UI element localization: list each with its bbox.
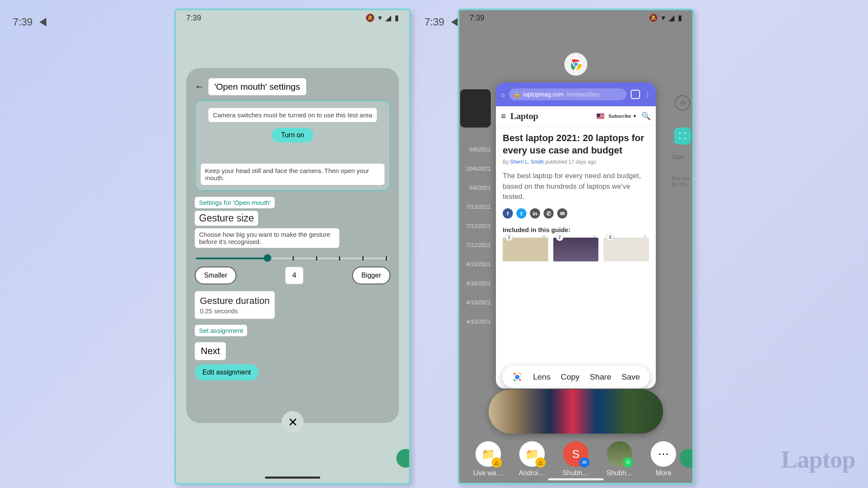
floating-action-button[interactable] bbox=[396, 449, 411, 468]
gesture-duration-row[interactable]: Gesture duration 0.25 seconds bbox=[195, 291, 275, 319]
phone-overview-share: 7:39 🔕 ▾ ◢ ▮ 5/6/2021 10/6/2021 5/6/2021… bbox=[458, 9, 694, 485]
svg-point-3 bbox=[515, 375, 520, 380]
instruction-text: Keep your head still and face the camera… bbox=[201, 164, 384, 185]
back-arrow-icon[interactable]: ← bbox=[195, 81, 204, 92]
article-lede: The best laptop for every need and budge… bbox=[503, 171, 649, 202]
url-host: laptopmag.com bbox=[523, 91, 564, 98]
whatsapp-icon[interactable]: ✆ bbox=[544, 208, 554, 218]
article-author-link[interactable]: Sherri L. Smith bbox=[510, 159, 544, 165]
guide-thumbnails: 1≈ 2≈ 3≈ bbox=[503, 238, 649, 261]
tab-count-icon[interactable] bbox=[631, 90, 640, 99]
close-button[interactable]: ✕ bbox=[282, 411, 304, 433]
overflow-menu-icon[interactable]: ⋮ bbox=[644, 91, 651, 98]
guide-thumb[interactable]: 1≈ bbox=[503, 238, 548, 261]
slider-value: 4 bbox=[285, 267, 303, 284]
share-target[interactable]: S✉ Shubh… bbox=[558, 441, 594, 477]
status-bar: 7:39 🔕 ▾ ◢ ▮ bbox=[459, 10, 692, 26]
share-target[interactable]: 📁△ Androi… bbox=[514, 441, 550, 477]
phone-accessibility-settings: 7:39 🔕 ▾ ◢ ▮ ← 'Open mouth' settings Cam… bbox=[174, 9, 411, 485]
lens-icon bbox=[512, 372, 523, 383]
svg-point-2 bbox=[574, 62, 578, 66]
article-byline: By Sherri L. Smith published 17 days ago bbox=[503, 159, 649, 165]
guide-label: Included in this guide: bbox=[503, 226, 649, 233]
chrome-icon bbox=[569, 57, 583, 71]
image-actions-pill: Lens Copy Share Save bbox=[502, 366, 649, 389]
overview-sidebar-dates: 5/6/2021 10/6/2021 5/6/2021 7/12/2021 7/… bbox=[461, 146, 491, 338]
url-bar[interactable]: 🔒 laptopmag.com/reviews/bes bbox=[509, 88, 626, 100]
guide-thumb[interactable]: 3≈ bbox=[603, 238, 649, 261]
app-icon-chrome[interactable] bbox=[564, 53, 587, 76]
site-logo[interactable]: Laptop bbox=[510, 111, 538, 122]
overview-card-chrome[interactable]: ⌂ 🔒 laptopmag.com/reviews/bes ⋮ ≡ Laptop… bbox=[496, 82, 656, 389]
contact-avatar: S✉ bbox=[563, 441, 589, 467]
signal-icon: ◢ bbox=[669, 13, 674, 23]
facebook-icon[interactable]: f bbox=[503, 208, 513, 218]
drive-badge-icon: △ bbox=[492, 457, 502, 468]
close-icon: ✕ bbox=[288, 415, 298, 429]
lens-button[interactable]: Lens bbox=[533, 372, 550, 382]
test-area-message: Camera switches must be turned on to use… bbox=[208, 108, 376, 122]
navigation-handle[interactable] bbox=[548, 478, 603, 480]
send-icon bbox=[40, 18, 46, 26]
twitter-icon[interactable]: t bbox=[516, 208, 526, 218]
share-button[interactable]: Share bbox=[590, 372, 612, 382]
guide-thumb[interactable]: 2≈ bbox=[553, 238, 599, 261]
settings-card: ← 'Open mouth' settings Camera switches … bbox=[186, 68, 399, 423]
battery-icon: ▮ bbox=[395, 13, 399, 23]
gesture-duration-value: 0.25 seconds bbox=[200, 307, 270, 315]
article-body: Best laptop 2021: 20 laptops for every u… bbox=[496, 126, 656, 267]
status-time: 7:39 bbox=[186, 14, 201, 23]
watermark-logo: Laptop bbox=[781, 445, 855, 474]
lock-icon: 🔒 bbox=[513, 91, 521, 98]
gesture-size-description: Choose how big you want to make the gest… bbox=[195, 228, 339, 248]
social-share-row: f t in ✆ ✉ bbox=[503, 208, 649, 218]
navigation-handle[interactable] bbox=[265, 477, 320, 479]
copy-button[interactable]: Copy bbox=[561, 372, 579, 382]
page-timestamp-right: 7:39 bbox=[424, 16, 458, 28]
email-icon[interactable]: ✉ bbox=[557, 208, 567, 218]
edit-assignment-button[interactable]: Edit assignment bbox=[195, 364, 259, 380]
wifi-icon: ▾ bbox=[378, 13, 382, 23]
signal-icon: ◢ bbox=[385, 13, 391, 23]
drive-badge-icon: △ bbox=[535, 457, 546, 468]
status-bar: 7:39 🔕 ▾ ◢ ▮ bbox=[176, 10, 409, 26]
share-target-dock: 📁△ Live wa… 📁△ Androi… S✉ Shubh… ✆ Shubh… bbox=[459, 441, 692, 477]
clipped-not-available: Not ava for this bbox=[672, 176, 694, 187]
search-icon[interactable]: 🔍 bbox=[641, 111, 651, 121]
article-title: Best laptop 2021: 20 laptops for every u… bbox=[503, 132, 649, 156]
turn-on-button[interactable]: Turn on bbox=[272, 128, 314, 142]
contact-avatar: ✆ bbox=[607, 441, 632, 467]
gesture-duration-title: Gesture duration bbox=[200, 295, 270, 306]
test-area: Camera switches must be turned on to use… bbox=[195, 100, 390, 191]
url-path: /reviews/bes bbox=[566, 91, 600, 98]
share-target[interactable]: ✆ Shubh… bbox=[601, 441, 638, 477]
section-label-settings-for: Settings for 'Open mouth' bbox=[195, 197, 275, 208]
gesture-size-title: Gesture size bbox=[195, 211, 258, 226]
selected-image-preview[interactable] bbox=[489, 389, 663, 434]
status-time: 7:39 bbox=[470, 14, 484, 23]
hamburger-icon[interactable]: ≡ bbox=[501, 111, 506, 121]
subscribe-link[interactable]: Subscribe ▼ bbox=[609, 113, 637, 119]
save-button[interactable]: Save bbox=[621, 372, 640, 382]
browser-toolbar: ⌂ 🔒 laptopmag.com/reviews/bes ⋮ bbox=[496, 82, 656, 106]
linkedin-icon[interactable]: in bbox=[530, 208, 540, 218]
share-target[interactable]: 📁△ Live wa… bbox=[470, 441, 507, 477]
region-flag-icon[interactable] bbox=[597, 113, 604, 119]
gesture-size-slider[interactable] bbox=[196, 255, 390, 261]
whatsapp-badge-icon: ✆ bbox=[623, 457, 633, 468]
battery-icon: ▮ bbox=[678, 13, 682, 23]
page-title: 'Open mouth' settings bbox=[208, 78, 306, 95]
gear-icon[interactable]: ⚙ bbox=[675, 95, 690, 111]
messages-badge-icon: ✉ bbox=[579, 457, 589, 468]
svg-point-4 bbox=[519, 379, 521, 380]
page-timestamp-left: 7:39 bbox=[13, 16, 46, 28]
section-label-set-assignment: Set assignment bbox=[195, 325, 247, 336]
share-target-more[interactable]: ⋯ More bbox=[645, 441, 682, 477]
clipped-option-title: Opti bbox=[672, 153, 694, 160]
home-icon[interactable]: ⌂ bbox=[501, 91, 505, 98]
bigger-button[interactable]: Bigger bbox=[352, 267, 390, 284]
fullscreen-icon[interactable]: ⛶ bbox=[674, 128, 691, 145]
smaller-button[interactable]: Smaller bbox=[195, 267, 236, 284]
overview-sidebar-dark bbox=[460, 89, 491, 128]
assignment-next-label: Next bbox=[195, 342, 226, 360]
